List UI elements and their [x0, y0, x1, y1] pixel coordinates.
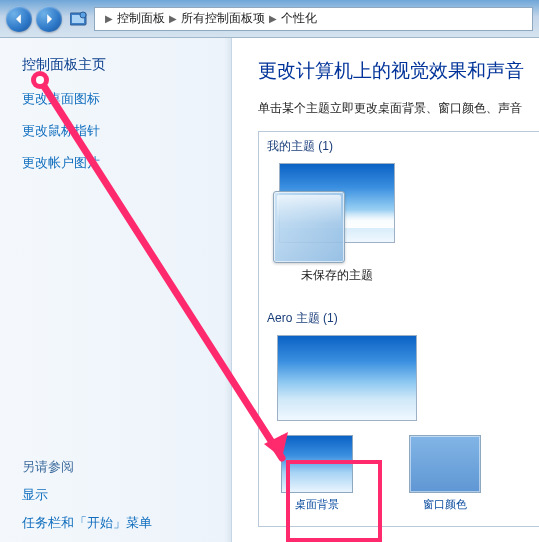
theme-preview: [273, 163, 401, 263]
breadcrumb[interactable]: ▶ 控制面板 ▶ 所有控制面板项 ▶ 个性化: [94, 7, 533, 31]
back-button[interactable]: [6, 6, 32, 32]
theme-name: 未保存的主题: [267, 267, 407, 284]
window-color-button[interactable]: 窗口颜色: [405, 435, 485, 512]
page-title: 更改计算机上的视觉效果和声音: [258, 58, 539, 84]
desktop-background-label: 桌面背景: [277, 497, 357, 512]
see-also-display[interactable]: 显示: [22, 486, 209, 504]
my-themes-group: 我的主题 (1) 未保存的主题 Aero 主题 (1) 桌面背景 窗口颜色: [258, 131, 539, 527]
crumb-all-items[interactable]: 所有控制面板项: [181, 10, 265, 27]
chevron-right-icon: ▶: [269, 13, 277, 24]
navbar: ▶ 控制面板 ▶ 所有控制面板项 ▶ 个性化: [0, 0, 539, 38]
chevron-right-icon: ▶: [105, 13, 113, 24]
aero-themes-title: Aero 主题 (1): [267, 310, 531, 327]
see-also-taskbar[interactable]: 任务栏和「开始」菜单: [22, 514, 209, 532]
aero-theme-preview[interactable]: [277, 335, 417, 421]
personalization-icon: [68, 9, 90, 29]
sidebar-item-account-picture[interactable]: 更改帐户图片: [22, 154, 209, 172]
page-subtitle: 单击某个主题立即更改桌面背景、窗口颜色、声音: [258, 100, 539, 117]
settings-row: 桌面背景 窗口颜色: [267, 435, 531, 512]
sidebar: 控制面板主页 更改桌面图标 更改鼠标指针 更改帐户图片 另请参阅 显示 任务栏和…: [0, 38, 232, 542]
crumb-personalization[interactable]: 个性化: [281, 10, 317, 27]
chevron-right-icon: ▶: [169, 13, 177, 24]
window-color-label: 窗口颜色: [405, 497, 485, 512]
my-themes-title: 我的主题 (1): [267, 138, 531, 155]
sidebar-item-mouse-pointers[interactable]: 更改鼠标指针: [22, 122, 209, 140]
window-color-thumb: [409, 435, 481, 493]
sidebar-item-desktop-icons[interactable]: 更改桌面图标: [22, 90, 209, 108]
forward-button[interactable]: [36, 6, 62, 32]
see-also-heading: 另请参阅: [22, 458, 209, 476]
theme-tile-unsaved[interactable]: 未保存的主题: [267, 163, 407, 284]
content: 更改计算机上的视觉效果和声音 单击某个主题立即更改桌面背景、窗口颜色、声音 我的…: [232, 38, 539, 542]
desktop-background-button[interactable]: 桌面背景: [277, 435, 357, 512]
svg-point-2: [80, 12, 86, 18]
crumb-control-panel[interactable]: 控制面板: [117, 10, 165, 27]
main-area: 控制面板主页 更改桌面图标 更改鼠标指针 更改帐户图片 另请参阅 显示 任务栏和…: [0, 38, 539, 542]
sidebar-home[interactable]: 控制面板主页: [22, 56, 209, 74]
desktop-background-thumb: [281, 435, 353, 493]
